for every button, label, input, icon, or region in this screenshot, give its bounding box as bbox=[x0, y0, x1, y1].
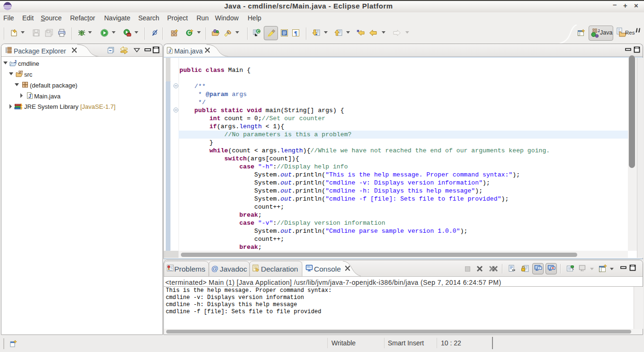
svg-text:J: J bbox=[598, 28, 599, 33]
svg-text:J: J bbox=[28, 93, 31, 98]
svg-text:¶: ¶ bbox=[294, 29, 297, 36]
svg-text:J: J bbox=[168, 48, 170, 53]
svg-text:C: C bbox=[257, 29, 259, 34]
svg-text:J: J bbox=[14, 59, 17, 64]
